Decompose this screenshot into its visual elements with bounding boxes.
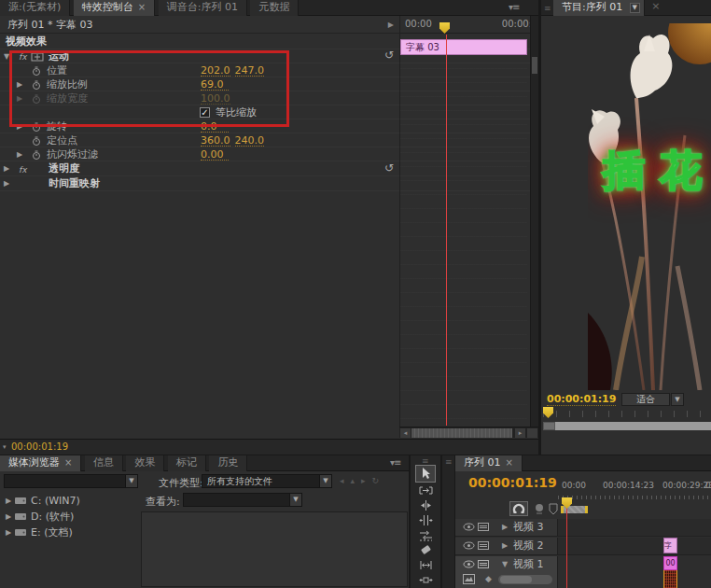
track-lane-video3[interactable] [558,519,711,536]
rotation-value[interactable]: 0.0 [201,120,229,133]
twirl-right-icon[interactable]: ▶ [17,119,26,133]
scrollbar-thumb[interactable] [543,422,555,430]
close-icon[interactable]: × [138,2,146,12]
track-lane-video1[interactable]: 00 [558,556,711,588]
track-header-video2[interactable]: ▶ 视频 2 [455,538,558,554]
effect-controls-mini-timeline[interactable]: 00:00 00:00: 字幕 03 [399,16,530,427]
scroll-left-icon[interactable]: ◂ [400,428,411,438]
twirl-right-icon[interactable]: ▶ [4,161,13,176]
rate-stretch-tool-icon[interactable] [419,528,433,541]
rolling-edit-tool-icon[interactable] [419,513,433,526]
twirl-right-icon[interactable]: ▶ [4,176,13,191]
twirl-down-icon[interactable]: ▼ [4,49,13,63]
tab-media-browser[interactable]: 媒体浏览器× [0,455,81,471]
stopwatch-icon[interactable] [32,122,41,132]
anchor-x-value[interactable]: 360.0 [201,134,230,147]
twirl-right-icon[interactable]: ▶ [6,493,15,509]
reset-effect-icon[interactable]: ↺ [384,49,394,63]
track-select-tool-icon[interactable] [419,483,433,497]
panel-grip-icon[interactable]: ≡ [544,4,551,13]
selection-tool-icon[interactable] [419,467,433,480]
scrollbar-thumb[interactable] [532,57,537,74]
eye-icon[interactable] [463,541,475,550]
tab-effect-controls[interactable]: 特效控制台× [74,0,155,16]
zoom-level-dropdown[interactable]: 适合▼ [621,393,670,406]
scale-value[interactable]: 69.0 [201,78,229,91]
close-icon[interactable]: × [651,0,660,12]
program-mini-ruler[interactable] [543,411,711,417]
tree-item-drive-c[interactable]: ▶ C: (WIN7) [0,493,140,509]
timeline-timecode[interactable]: 00:00:01:19 [468,475,557,490]
tab-source[interactable]: 源:(无素材) [0,0,70,16]
tab-history[interactable]: 历史 [209,455,247,471]
twirl-right-icon[interactable]: ▶ [6,509,15,525]
snap-toggle[interactable] [509,501,528,516]
tree-item-drive-d[interactable]: ▶ D: (软件) [0,509,140,525]
tree-item-drive-e[interactable]: ▶ E: (文档) [0,525,140,540]
slide-tool-icon[interactable] [419,573,433,586]
marker-icon[interactable] [549,503,558,515]
stopwatch-icon[interactable] [32,150,41,160]
close-icon[interactable]: × [64,457,72,468]
clip-video1-label[interactable]: 00 [663,556,677,570]
scroll-right-icon[interactable]: ▸ [515,428,525,438]
uniform-scale-checkbox[interactable]: ✓ [200,107,210,118]
keyframe-icon[interactable]: ◆ [485,574,492,583]
directory-dropdown[interactable]: ▼ [4,474,138,488]
position-y-value[interactable]: 247.0 [235,64,265,77]
stopwatch-icon[interactable] [32,136,41,146]
eye-icon[interactable] [463,560,475,568]
sync-lock-icon[interactable] [478,541,489,550]
horizontal-scrollbar[interactable]: ◂ ▸ [399,427,538,438]
settings-icon[interactable] [534,503,545,515]
razor-tool-icon[interactable] [419,543,433,556]
track-header-video1[interactable]: ▼ 视频 1 ◆ [455,556,558,588]
program-scrollbar[interactable] [543,422,711,430]
chevron-down-icon[interactable]: ▼ [630,3,640,13]
anchor-y-value[interactable]: 240.0 [235,134,265,147]
timeline-ruler[interactable]: 00:00 00:00:14:23 00:00:29:23 00:0 [558,481,711,492]
chevron-down-icon[interactable]: ▼ [289,494,301,506]
playhead-line[interactable] [446,35,447,426]
twirl-right-icon[interactable]: ▶ [17,147,26,161]
twirl-right-icon[interactable]: ▶ [502,538,508,554]
mini-timeline-ruler[interactable]: 00:00 00:00: [400,16,530,34]
twirl-right-icon[interactable]: ▶ [502,519,508,536]
chevron-down-icon[interactable]: ▼ [319,475,331,487]
panel-menu-icon[interactable]: ▾≡ [390,457,400,468]
antiflicker-value[interactable]: 0.00 [201,148,229,161]
position-x-value[interactable]: 202.0 [201,64,230,77]
track-header-video3[interactable]: ▶ 视频 3 [455,519,558,536]
close-icon[interactable]: × [506,457,513,468]
tab-metadata[interactable]: 元数据 [250,0,299,16]
twirl-right-icon[interactable]: ▶ [17,77,26,91]
sync-lock-icon[interactable] [478,560,489,568]
scrollbar-thumb[interactable] [411,428,512,438]
playhead-line[interactable] [566,504,567,588]
clip-video1-thumbnail[interactable] [663,570,677,588]
chevron-right-icon[interactable]: ▶ [388,16,394,34]
stopwatch-icon[interactable] [32,80,41,90]
track-zoom-slider[interactable] [498,575,552,584]
status-timecode[interactable]: 00:00:01:19 [11,441,68,452]
clip-subtitle[interactable]: 字幕 [663,538,677,553]
tab-audio-mixer[interactable]: 调音台:序列 01 [159,0,247,16]
file-type-dropdown[interactable]: 所有支持的文件▼ [202,474,332,488]
chevron-down-icon[interactable]: ▼ [125,475,137,487]
program-preview-image[interactable]: 插花 [588,23,711,390]
set-display-style-icon[interactable] [463,574,475,584]
program-timecode[interactable]: 00:00:01:19 [547,393,616,406]
vertical-scrollbar[interactable] [530,16,538,427]
ripple-edit-tool-icon[interactable] [419,498,433,511]
nav-arrows-icons[interactable]: ◂▴▸↻ [340,476,385,485]
eye-icon[interactable] [463,523,475,531]
tab-info[interactable]: 信息 [85,455,123,471]
timeline-grip-strip[interactable]: ≡ [442,455,455,588]
media-browser-content[interactable] [141,511,408,587]
stopwatch-icon[interactable] [32,66,41,76]
mini-timeline-clip[interactable]: 字幕 03 [400,39,527,55]
slip-tool-icon[interactable] [419,558,433,571]
work-area-bar[interactable] [561,506,588,513]
twirl-right-icon[interactable]: ▶ [6,525,15,540]
panel-menu-icon[interactable]: ▾≡ [509,2,519,12]
